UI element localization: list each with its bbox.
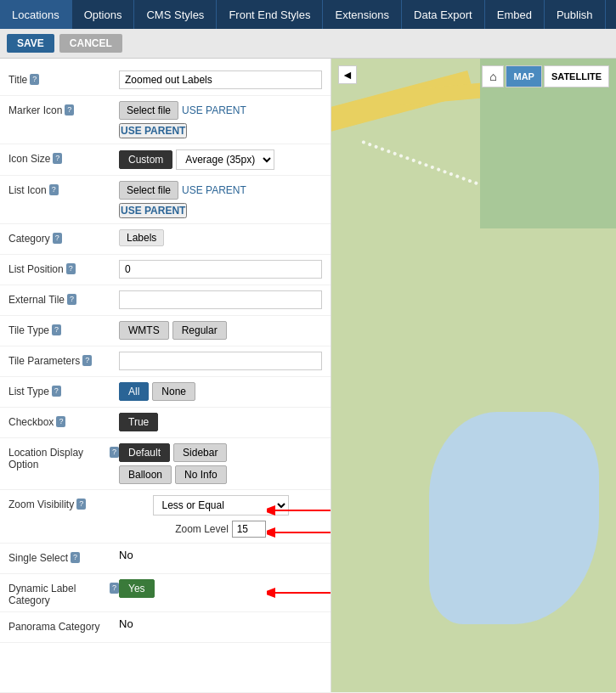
checkbox-control: True: [119, 413, 322, 431]
list-icon-label: List Icon ?: [8, 181, 119, 196]
location-display-default-button[interactable]: Default: [119, 443, 170, 462]
map-type-satellite-button[interactable]: SATELLITE: [544, 65, 609, 87]
panorama-category-row: Panorama Category No: [0, 612, 331, 643]
external-tile-label: External Tile ?: [8, 290, 119, 306]
list-type-all-button[interactable]: All: [119, 382, 149, 401]
tile-type-regular-button[interactable]: Regular: [172, 321, 227, 340]
title-help[interactable]: ?: [30, 74, 39, 85]
external-tile-control: [119, 290, 322, 309]
category-row: Category ? Labels: [0, 224, 331, 255]
marker-icon-help[interactable]: ?: [65, 104, 74, 116]
marker-icon-select-button[interactable]: Select file: [119, 101, 178, 120]
title-label: Title ?: [8, 70, 119, 86]
list-icon-select-button[interactable]: Select file: [119, 181, 178, 200]
tab-cms-styles[interactable]: CMS Styles: [134, 0, 217, 29]
zoom-visibility-help[interactable]: ?: [76, 499, 86, 510]
toolbar: SAVE CANCEL: [0, 29, 616, 59]
dynamic-label-value-button[interactable]: Yes: [119, 579, 155, 598]
location-display-balloon-button[interactable]: Balloon: [119, 465, 172, 484]
marker-icon-label: Marker Icon ?: [8, 101, 119, 116]
icon-size-help[interactable]: ?: [53, 153, 62, 164]
marker-icon-row: Marker Icon ? Select file USE PARENT USE…: [0, 96, 331, 144]
tile-type-control: WMTS Regular: [119, 321, 322, 340]
list-position-label: List Position ?: [8, 260, 119, 275]
location-display-control: Default Sidebar Balloon No Info: [119, 443, 322, 484]
location-display-label: Location Display Option ?: [8, 443, 119, 470]
checkbox-row: Checkbox ? True: [0, 408, 331, 438]
panorama-category-value: No: [119, 617, 133, 630]
zoom-level-label: Zoom Level: [175, 523, 229, 535]
category-help[interactable]: ?: [53, 233, 62, 244]
tab-extensions[interactable]: Extensions: [323, 0, 402, 29]
tab-options[interactable]: Options: [72, 0, 135, 29]
list-type-label: List Type ?: [8, 382, 119, 397]
marker-icon-use-parent-2[interactable]: USE PARENT: [119, 123, 187, 138]
list-icon-help[interactable]: ?: [49, 184, 59, 195]
tab-embed[interactable]: Embed: [485, 0, 545, 29]
list-icon-use-parent-2[interactable]: USE PARENT: [119, 203, 187, 218]
icon-size-dropdown[interactable]: Average (35px) Small (20px) Large (50px): [176, 149, 274, 170]
tile-type-wmts-button[interactable]: WMTS: [119, 321, 169, 340]
list-position-help[interactable]: ?: [66, 263, 76, 274]
tile-parameters-input[interactable]: [119, 352, 322, 370]
tab-publish[interactable]: Publish: [545, 0, 606, 29]
single-select-help[interactable]: ?: [71, 552, 80, 563]
checkbox-help[interactable]: ?: [56, 416, 65, 427]
external-tile-input[interactable]: [119, 290, 322, 309]
tab-data-export[interactable]: Data Export: [402, 0, 485, 29]
icon-size-custom-button[interactable]: Custom: [119, 150, 172, 169]
list-icon-control: Select file USE PARENT USE PARENT: [119, 181, 322, 218]
list-icon-use-parent-1[interactable]: USE PARENT: [182, 184, 246, 196]
tile-parameters-control: [119, 352, 322, 370]
zoom-visibility-dropdown[interactable]: Less or Equal Greater or Equal Equal: [153, 495, 289, 516]
map-home-button[interactable]: ⌂: [482, 65, 504, 87]
external-tile-row: External Tile ?: [0, 285, 331, 316]
tab-locations[interactable]: Locations: [0, 0, 72, 29]
location-display-row: Location Display Option ? Default Sideba…: [0, 438, 331, 490]
map-home-icon: ⌂: [489, 70, 496, 83]
map-water: [429, 412, 599, 624]
tab-front-end-styles[interactable]: Front End Styles: [217, 0, 323, 29]
save-button[interactable]: SAVE: [7, 34, 54, 53]
title-control: [119, 70, 322, 89]
single-select-label: Single Select ?: [8, 549, 119, 564]
title-row: Title ?: [0, 65, 331, 96]
marker-icon-control: Select file USE PARENT USE PARENT: [119, 101, 322, 138]
external-tile-help[interactable]: ?: [67, 294, 76, 305]
checkbox-value-button[interactable]: True: [119, 413, 158, 431]
tile-parameters-row: Tile Parameters ?: [0, 346, 331, 377]
icon-size-label: Icon Size ?: [8, 149, 119, 165]
location-display-no-info-button[interactable]: No Info: [175, 465, 227, 484]
list-type-help[interactable]: ?: [52, 386, 61, 397]
cancel-button[interactable]: CANCEL: [59, 34, 122, 53]
dynamic-label-label: Dynamic Label Category ?: [8, 579, 119, 606]
list-type-control: All None: [119, 382, 322, 401]
zoom-visibility-label: Zoom Visibility ?: [8, 495, 119, 510]
title-input[interactable]: [119, 70, 322, 89]
location-display-sidebar-button[interactable]: Sidebar: [173, 443, 227, 462]
map-area: ◄ ⌂ MAP SATELLITE: [331, 59, 616, 692]
tile-parameters-label: Tile Parameters ?: [8, 352, 119, 367]
single-select-value: No: [119, 549, 133, 561]
list-position-row: List Position ?: [0, 255, 331, 285]
map-nav-icon: ◄: [342, 68, 353, 82]
dynamic-label-help[interactable]: ?: [110, 583, 119, 594]
map-type-map-button[interactable]: MAP: [506, 65, 541, 87]
main-layout: Title ? Marker Icon ? Select file USE PA…: [0, 59, 616, 692]
single-select-row: Single Select ? No: [0, 544, 331, 574]
map-nav-back-button[interactable]: ◄: [338, 65, 357, 84]
tile-type-help[interactable]: ?: [52, 324, 61, 335]
list-type-none-button[interactable]: None: [152, 382, 195, 401]
location-display-help[interactable]: ?: [110, 447, 119, 458]
marker-icon-use-parent-1[interactable]: USE PARENT: [182, 104, 246, 116]
tile-type-row: Tile Type ? WMTS Regular: [0, 316, 331, 346]
icon-size-row: Icon Size ? Custom Average (35px) Small …: [0, 144, 331, 176]
tile-parameters-help[interactable]: ?: [82, 355, 92, 366]
zoom-visibility-control: Less or Equal Greater or Equal Equal Zoo…: [119, 495, 322, 538]
left-panel: Title ? Marker Icon ? Select file USE PA…: [0, 59, 331, 692]
category-value: Labels: [119, 229, 164, 246]
list-position-input[interactable]: [119, 260, 322, 279]
top-navigation: Locations Options CMS Styles Front End S…: [0, 0, 616, 29]
zoom-level-input[interactable]: [232, 521, 266, 538]
tile-type-label: Tile Type ?: [8, 321, 119, 336]
